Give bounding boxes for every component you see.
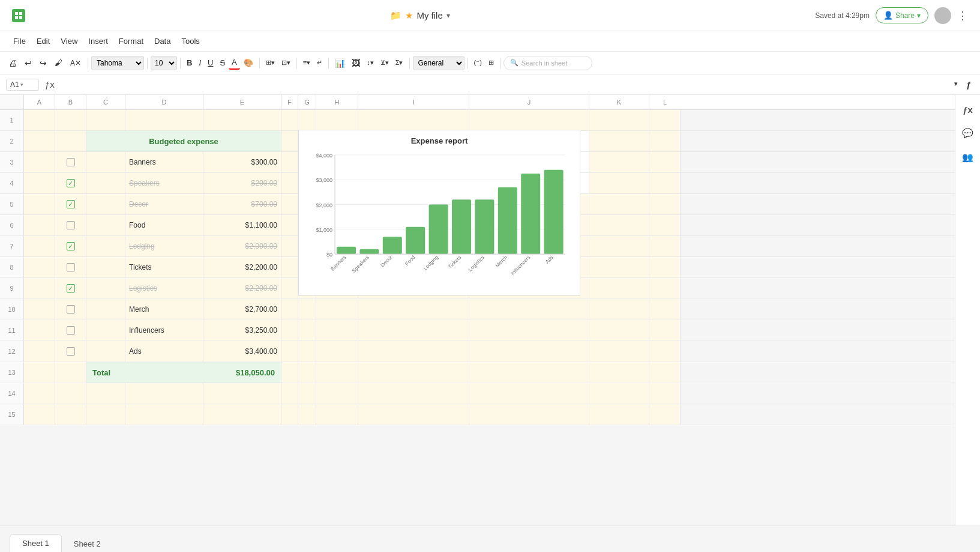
col-h-k[interactable]: K xyxy=(589,95,649,109)
div9 xyxy=(500,58,501,68)
col-h-l[interactable]: L xyxy=(649,95,681,109)
svg-rect-5 xyxy=(19,12,22,15)
svg-text:$4,000: $4,000 xyxy=(316,153,332,159)
wrap-btn[interactable]: ↵ xyxy=(314,57,325,68)
saved-status-main: Saved at 4:29pm xyxy=(815,11,870,20)
table-row: 11Influencers$3,250.00 xyxy=(0,320,955,341)
menu-insert-main[interactable]: Insert xyxy=(83,35,113,47)
cell-ref-main[interactable]: A1 ▾ xyxy=(6,79,39,91)
svg-rect-6 xyxy=(15,16,18,19)
more-options-button[interactable]: ⋮ xyxy=(957,9,968,22)
fillcolor-btn[interactable]: 🎨 xyxy=(241,56,256,69)
fontsize-select-main[interactable]: 10 xyxy=(151,56,177,70)
file-title-main[interactable]: My file xyxy=(416,10,442,20)
menu-view-main[interactable]: View xyxy=(56,35,82,47)
svg-rect-22 xyxy=(383,237,402,254)
strike-btn[interactable]: S xyxy=(217,56,228,69)
chart-title: Expense report xyxy=(307,136,571,145)
col-h-d[interactable]: D xyxy=(125,95,203,109)
col-h-a[interactable]: A xyxy=(24,95,55,109)
chart-overlay: Expense report $0$1,000$2,000$3,000$4,00… xyxy=(298,130,580,296)
fx-sidebar-btn[interactable]: ƒ xyxy=(963,78,974,91)
menu-edit-main[interactable]: Edit xyxy=(32,35,55,47)
menu-format-main[interactable]: Format xyxy=(114,35,148,47)
share-button-main[interactable]: 👤 Share ▾ xyxy=(876,7,928,23)
svg-rect-30 xyxy=(475,199,494,254)
svg-text:Ads: Ads xyxy=(544,254,555,264)
svg-rect-32 xyxy=(498,187,517,254)
sort-btn[interactable]: ↕▾ xyxy=(364,57,377,68)
merge-btn[interactable]: ⊡▾ xyxy=(278,57,293,68)
table-row: 12Ads$3,400.00 xyxy=(0,341,955,362)
user-avatar xyxy=(934,7,951,24)
table-row: 14 xyxy=(0,383,955,404)
formula-input-main[interactable] xyxy=(61,80,946,89)
spreadsheet-and-sidebar: A B C D E F G H I J K L 12Budgeted expen… xyxy=(0,95,980,526)
folder-icon-main: 📁 xyxy=(390,10,401,21)
numformat-select[interactable]: General xyxy=(413,56,464,70)
sheet-tab-2-main[interactable]: Sheet 2 xyxy=(62,535,113,552)
image-btn[interactable]: 🖼 xyxy=(349,56,363,70)
sheets-logo xyxy=(12,9,25,22)
print-btn[interactable]: 🖨 xyxy=(5,56,20,70)
title-bar-main: 📁 ★ My file ▾ Saved at 4:29pm 👤 Share ▾ … xyxy=(0,0,980,31)
svg-text:$3,000: $3,000 xyxy=(316,177,332,183)
search-in-sheet[interactable]: 🔍 Search in sheet xyxy=(504,56,592,70)
svg-text:$1,000: $1,000 xyxy=(316,227,332,233)
sidebar-fx-btn[interactable]: ƒx xyxy=(958,100,978,119)
div4 xyxy=(259,58,260,68)
bold-btn[interactable]: B xyxy=(184,56,195,69)
table-row: 10Merch$2,700.00 xyxy=(0,299,955,320)
paint-btn[interactable]: 🖌 xyxy=(51,56,66,70)
col-h-j[interactable]: J xyxy=(469,95,589,109)
underline-btn[interactable]: U xyxy=(205,56,216,69)
sidebar-collab-btn[interactable]: 👥 xyxy=(958,148,978,167)
sidebar-comment-btn[interactable]: 💬 xyxy=(958,124,978,143)
menu-data-main[interactable]: Data xyxy=(149,35,175,47)
filter-btn[interactable]: ⊻▾ xyxy=(377,57,392,68)
sum-btn[interactable]: Σ▾ xyxy=(392,57,406,68)
menu-file-main[interactable]: File xyxy=(8,35,31,47)
grid-scroll-area: A B C D E F G H I J K L 12Budgeted expen… xyxy=(0,95,955,526)
formula-toggle-btn[interactable]: (⁻) xyxy=(471,57,485,68)
col-h-i[interactable]: I xyxy=(358,95,469,109)
title-right-main: Saved at 4:29pm 👤 Share ▾ ⋮ xyxy=(815,7,968,24)
borders-btn[interactable]: ⊞▾ xyxy=(263,57,278,68)
div8 xyxy=(467,58,468,68)
svg-rect-20 xyxy=(359,249,379,254)
col-h-f[interactable]: F xyxy=(281,95,298,109)
formula-bar-main: A1 ▾ ƒx ▾ ƒ xyxy=(0,74,980,95)
formula-bar-right: ▾ ƒ xyxy=(951,78,974,91)
col-h-b[interactable]: B xyxy=(55,95,86,109)
chart-btn[interactable]: 📊 xyxy=(332,56,348,70)
chart-svg: $0$1,000$2,000$3,000$4,000BannersSpeaker… xyxy=(307,149,571,287)
expand-btn[interactable]: ▾ xyxy=(951,78,961,91)
col-h-c[interactable]: C xyxy=(86,95,125,109)
font-select-main[interactable]: Tahoma xyxy=(91,56,144,70)
undo-btn[interactable]: ↩ xyxy=(21,56,35,70)
search-placeholder-text: Search in sheet xyxy=(522,59,567,67)
redo-btn[interactable]: ↪ xyxy=(36,56,50,70)
div3 xyxy=(180,58,181,68)
svg-text:Decor: Decor xyxy=(379,254,393,268)
svg-text:Merch: Merch xyxy=(494,254,508,268)
textcolor-btn[interactable]: A xyxy=(229,56,240,70)
align-btn[interactable]: ≡▾ xyxy=(300,57,313,68)
sheet-tabs-main: Sheet 1 Sheet 2 xyxy=(0,526,980,552)
menu-tools-main[interactable]: Tools xyxy=(176,35,204,47)
svg-rect-34 xyxy=(521,174,540,254)
sheet-tab-1-main[interactable]: Sheet 1 xyxy=(10,534,62,552)
table-row: 13Total$18,050.00 xyxy=(0,362,955,383)
star-icon-main[interactable]: ★ xyxy=(405,10,413,21)
svg-text:$0: $0 xyxy=(326,252,332,258)
col-h-g[interactable]: G xyxy=(298,95,316,109)
col-h-h[interactable]: H xyxy=(316,95,358,109)
explore-btn[interactable]: ⊞ xyxy=(485,57,497,68)
svg-rect-7 xyxy=(19,16,22,19)
col-h-e[interactable]: E xyxy=(203,95,281,109)
clear-btn[interactable]: A✕ xyxy=(67,56,85,70)
title-chevron-main[interactable]: ▾ xyxy=(446,11,450,20)
cellref-chevron[interactable]: ▾ xyxy=(20,82,23,88)
svg-rect-24 xyxy=(406,227,425,254)
italic-btn[interactable]: I xyxy=(196,56,204,69)
